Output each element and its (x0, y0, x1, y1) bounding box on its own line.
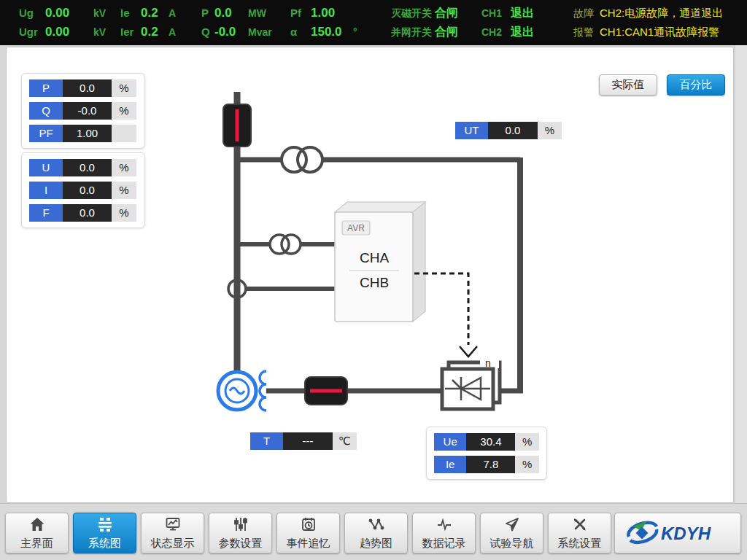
machine-values-panel: U0.0% I0.0% F0.0% (21, 152, 145, 228)
meter-unit: A (169, 4, 176, 23)
alarm-group: 故障CH2:电源故障，通道退出 报警CH1:CAN1通讯故障报警 (573, 4, 723, 42)
generator-symbol[interactable] (218, 372, 256, 410)
value-row: Ie7.8% (434, 456, 539, 473)
value-display: 0.0 (63, 182, 112, 199)
switch-state: 合闸 (435, 4, 458, 23)
event-history-icon (299, 516, 318, 535)
power-values-panel: P0.0% Q-0.0% PF1.00 (21, 73, 145, 149)
ut-value-box: UT0.0% (455, 122, 562, 139)
meter-unit: ° (353, 23, 357, 42)
avr-label: AVR (347, 223, 365, 233)
field-winding-icon (260, 371, 266, 411)
channel-state: 退出 (511, 23, 534, 42)
data-record-icon (435, 516, 454, 535)
home-icon (28, 516, 47, 535)
meter-unit: A (169, 23, 176, 42)
value-display: 0.0 (63, 79, 112, 97)
power-meter-group: P0.0MW Q-0.0Mvar (201, 4, 272, 42)
value-unit: % (112, 182, 136, 199)
value-label: F (29, 204, 63, 222)
thyristor-bridge-symbol[interactable]: n (442, 357, 500, 409)
excitation-values-panel: Ue30.4% Ie7.8% (426, 427, 547, 480)
meter-value: 0.00 (45, 4, 93, 23)
percent-button[interactable]: 百分比 (667, 74, 725, 96)
meter-label: α (290, 23, 311, 42)
value-label: UT (455, 122, 488, 139)
value-display: --- (283, 432, 333, 450)
meter-label: Ie (120, 4, 141, 23)
actual-value-button[interactable]: 实际值 (599, 74, 657, 96)
value-row: U0.0% (29, 159, 137, 176)
value-unit: % (112, 79, 136, 97)
meter-label: Pf (290, 4, 311, 23)
brand-logo-button[interactable]: KDYH (614, 513, 741, 553)
switch-label: 灭磁开关 (391, 4, 435, 23)
alarm-label: 报警 (573, 23, 600, 42)
channel-b-label: CHB (360, 275, 389, 290)
meter-unit: kV (93, 4, 106, 23)
meter-label: Ier (120, 23, 141, 42)
switch-label: 并网开关 (391, 23, 435, 42)
nav-data-record[interactable]: 数据记录 (412, 513, 476, 553)
system-diagram-icon (96, 516, 115, 535)
nav-trend-chart[interactable]: 趋势图 (344, 513, 408, 553)
meter-label: Ugr (19, 23, 45, 42)
nav-test-navigation[interactable]: 试验导航 (480, 513, 543, 553)
value-row: Ue30.4% (434, 433, 539, 451)
channel-state: 退出 (511, 4, 534, 23)
value-display: -0.0 (63, 102, 112, 120)
value-label: PF (29, 125, 63, 142)
value-label: Q (29, 102, 63, 120)
value-unit (112, 125, 136, 142)
kdyh-logo: KDYH (623, 518, 732, 549)
value-unit: % (112, 204, 136, 222)
value-label: Ue (434, 433, 466, 451)
voltage-meter-group: Ug0.00kV Ugr0.00kV (19, 4, 106, 42)
value-unit: % (112, 159, 136, 176)
value-unit: % (515, 456, 539, 473)
channel-label: CH2 (481, 23, 511, 42)
nav-main-screen[interactable]: 主界面 (5, 513, 69, 553)
system-diagram-panel: AVR CHA CHB n (6, 47, 734, 503)
value-display: 1.00 (63, 125, 112, 142)
meter-value: -0.0 (214, 23, 248, 42)
value-row: I0.0% (29, 182, 137, 199)
nav-system-settings[interactable]: 系统设置 (548, 513, 611, 553)
logo-text: KDYH (661, 524, 711, 543)
temperature-value-box: T---℃ (250, 432, 357, 450)
avr-box[interactable]: AVR CHA CHB (335, 202, 425, 322)
nav-event-recall[interactable]: 事件追忆 (276, 513, 340, 553)
channel-status-group: CH1退出 CH2退出 (481, 4, 534, 42)
value-label: Ie (434, 456, 466, 473)
value-row: PF1.00 (29, 125, 137, 142)
meter-label: Q (201, 23, 214, 42)
main-transformer-icon (282, 147, 322, 172)
value-label: T (250, 432, 283, 450)
meter-unit: Mvar (248, 23, 272, 42)
value-display: 0.0 (488, 122, 538, 139)
channel-a-label: CHA (360, 250, 389, 265)
value-unit: ℃ (333, 432, 357, 450)
test-nav-icon (503, 516, 522, 535)
value-display: 0.0 (63, 159, 112, 176)
meter-value: 0.00 (45, 23, 93, 42)
nav-status-display[interactable]: 状态显示 (141, 513, 204, 553)
scrollbar-track[interactable] (735, 45, 747, 503)
sliders-icon (231, 516, 250, 535)
status-header: Ug0.00kV Ugr0.00kV Ie0.2A Ier0.2A P0.0MW… (0, 0, 747, 45)
system-settings-icon (570, 516, 589, 535)
value-display: 30.4 (466, 433, 515, 451)
value-label: U (29, 159, 63, 176)
meter-value: 150.0 (311, 23, 353, 42)
status-monitor-icon (163, 516, 182, 535)
value-row: F0.0% (29, 204, 137, 222)
value-label: I (29, 182, 63, 199)
main-breaker-symbol[interactable] (223, 104, 251, 147)
value-display: 7.8 (466, 456, 515, 473)
value-label: P (29, 79, 63, 97)
meter-value: 0.2 (141, 4, 169, 23)
nav-system-diagram[interactable]: 系统图 (73, 513, 136, 553)
nav-parameter-settings[interactable]: 参数设置 (209, 513, 272, 553)
value-unit: % (112, 102, 136, 120)
field-breaker-symbol[interactable] (305, 377, 347, 405)
